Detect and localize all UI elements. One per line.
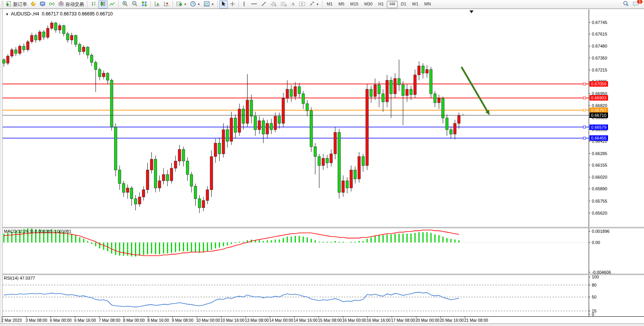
candle[interactable] — [350, 170, 352, 188]
candle[interactable] — [46, 28, 49, 37]
candle[interactable] — [206, 190, 209, 201]
candle[interactable] — [166, 174, 169, 181]
candle[interactable] — [338, 132, 340, 192]
candle[interactable] — [118, 170, 121, 184]
candle[interactable] — [138, 197, 141, 204]
candle[interactable] — [306, 104, 309, 111]
candle[interactable] — [322, 158, 325, 166]
candle[interactable] — [7, 56, 9, 63]
candle[interactable] — [67, 34, 69, 40]
candle[interactable] — [70, 36, 73, 40]
candle[interactable] — [194, 186, 197, 198]
candle[interactable] — [402, 85, 405, 96]
candle[interactable] — [94, 62, 97, 70]
candle[interactable] — [230, 118, 233, 141]
candle[interactable] — [434, 94, 436, 102]
candle[interactable] — [186, 161, 189, 174]
candle[interactable] — [178, 149, 181, 161]
candle[interactable] — [110, 80, 113, 127]
candle[interactable] — [382, 94, 384, 102]
candle[interactable] — [270, 123, 273, 130]
candle[interactable] — [162, 174, 165, 181]
candle[interactable] — [102, 73, 105, 77]
candle[interactable] — [366, 89, 369, 166]
candle[interactable] — [398, 79, 400, 85]
candle[interactable] — [302, 94, 305, 104]
candle[interactable] — [14, 50, 17, 53]
candle[interactable] — [298, 87, 301, 94]
candle[interactable] — [342, 181, 345, 192]
candle[interactable] — [326, 158, 328, 163]
candle[interactable] — [254, 116, 257, 130]
candle[interactable] — [58, 26, 61, 30]
candle[interactable] — [198, 199, 201, 208]
price-level-handle[interactable] — [583, 137, 586, 139]
candle[interactable] — [222, 130, 225, 154]
candle[interactable] — [286, 89, 289, 98]
candle[interactable] — [422, 66, 424, 73]
candle[interactable] — [130, 188, 133, 199]
candle[interactable] — [190, 174, 193, 186]
candle[interactable] — [19, 46, 21, 53]
candle[interactable] — [62, 26, 65, 34]
candle[interactable] — [55, 23, 57, 30]
candle[interactable] — [446, 118, 448, 130]
candle[interactable] — [154, 159, 157, 188]
candle[interactable] — [370, 89, 372, 97]
price-level-handle[interactable] — [583, 109, 586, 111]
candle[interactable] — [114, 127, 117, 170]
candle[interactable] — [378, 85, 381, 94]
candle[interactable] — [458, 115, 460, 123]
candle[interactable] — [310, 111, 313, 147]
candle[interactable] — [318, 157, 321, 166]
candle[interactable] — [210, 157, 213, 190]
price-level-handle[interactable] — [583, 97, 586, 99]
triangle-marker[interactable] — [470, 10, 473, 13]
candle[interactable] — [226, 130, 229, 141]
candle[interactable] — [242, 109, 245, 123]
candle[interactable] — [262, 121, 265, 134]
candle[interactable] — [410, 89, 412, 95]
candle[interactable] — [449, 130, 452, 134]
candle[interactable] — [218, 143, 221, 154]
pane-separator-macd[interactable] — [3, 227, 644, 228]
candle[interactable] — [266, 123, 269, 134]
candle[interactable] — [346, 181, 348, 188]
candle[interactable] — [290, 89, 293, 97]
candle[interactable] — [294, 87, 297, 97]
candle[interactable] — [150, 159, 153, 170]
candle[interactable] — [50, 23, 53, 28]
candle[interactable] — [234, 118, 237, 132]
candle[interactable] — [26, 42, 29, 50]
candle[interactable] — [158, 181, 161, 188]
price-level-handle[interactable] — [583, 126, 586, 128]
candle[interactable] — [354, 170, 357, 179]
candle[interactable] — [258, 121, 261, 130]
candle[interactable] — [214, 143, 217, 157]
candle[interactable] — [238, 109, 241, 132]
candle[interactable] — [86, 47, 89, 55]
candle[interactable] — [31, 36, 33, 42]
price-level-handle[interactable] — [583, 83, 586, 85]
candle[interactable] — [38, 32, 41, 40]
candle[interactable] — [394, 79, 396, 94]
candle[interactable] — [74, 36, 77, 44]
candle[interactable] — [246, 100, 249, 123]
candle[interactable] — [202, 201, 205, 208]
candle[interactable] — [334, 132, 337, 154]
candle[interactable] — [22, 46, 25, 49]
candle[interactable] — [134, 199, 137, 204]
candle[interactable] — [79, 44, 81, 52]
candle[interactable] — [374, 85, 376, 96]
candle[interactable] — [442, 98, 444, 118]
candle[interactable] — [362, 157, 364, 166]
candle[interactable] — [330, 154, 333, 163]
candle[interactable] — [146, 170, 149, 190]
candle[interactable] — [437, 98, 440, 103]
candle[interactable] — [430, 70, 432, 94]
candle[interactable] — [282, 98, 285, 123]
candle[interactable] — [142, 190, 145, 197]
candle[interactable] — [425, 70, 428, 73]
candle[interactable] — [106, 73, 109, 80]
candle[interactable] — [413, 75, 416, 95]
